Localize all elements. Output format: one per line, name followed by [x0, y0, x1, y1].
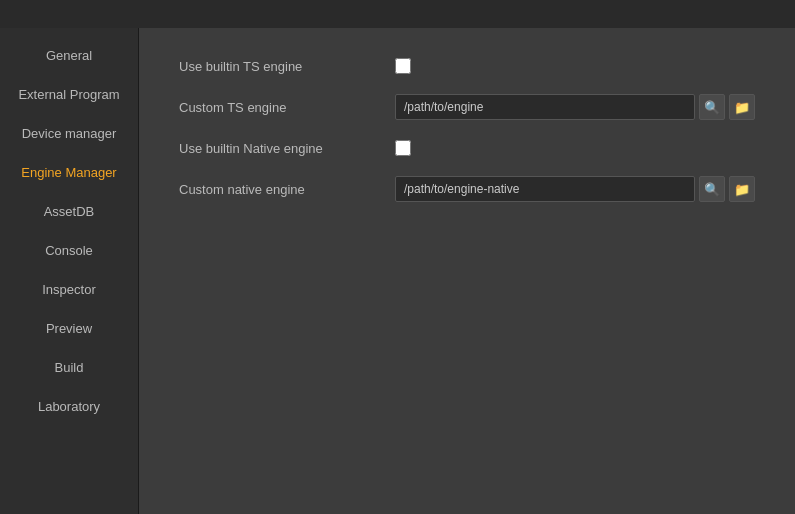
sidebar-item-preview[interactable]: Preview: [0, 309, 138, 348]
sidebar-item-console[interactable]: Console: [0, 231, 138, 270]
title-bar: [0, 0, 795, 28]
sidebar-item-inspector[interactable]: Inspector: [0, 270, 138, 309]
sidebar-item-build[interactable]: Build: [0, 348, 138, 387]
input-group-custom-ts: 🔍📁: [395, 94, 755, 120]
folder-icon-custom-ts[interactable]: 📁: [729, 94, 755, 120]
label-use-builtin-native: Use builtin Native engine: [179, 141, 379, 156]
checkbox-use-builtin-ts[interactable]: [395, 58, 411, 74]
sidebar-item-engine-manager[interactable]: Engine Manager: [0, 153, 138, 192]
form-row-use-builtin-ts: Use builtin TS engine: [179, 58, 755, 74]
label-custom-native: Custom native engine: [179, 182, 379, 197]
form-row-use-builtin-native: Use builtin Native engine: [179, 140, 755, 156]
label-custom-ts: Custom TS engine: [179, 100, 379, 115]
sidebar-item-laboratory[interactable]: Laboratory: [0, 387, 138, 426]
sidebar-item-assetdb[interactable]: AssetDB: [0, 192, 138, 231]
input-custom-ts[interactable]: [395, 94, 695, 120]
folder-icon-custom-native[interactable]: 📁: [729, 176, 755, 202]
search-icon-custom-native[interactable]: 🔍: [699, 176, 725, 202]
main-layout: GeneralExternal ProgramDevice managerEng…: [0, 28, 795, 514]
sidebar-item-external-program[interactable]: External Program: [0, 75, 138, 114]
sidebar: GeneralExternal ProgramDevice managerEng…: [0, 28, 139, 514]
search-icon-custom-ts[interactable]: 🔍: [699, 94, 725, 120]
input-group-custom-native: 🔍📁: [395, 176, 755, 202]
sidebar-item-device-manager[interactable]: Device manager: [0, 114, 138, 153]
input-custom-native[interactable]: [395, 176, 695, 202]
label-use-builtin-ts: Use builtin TS engine: [179, 59, 379, 74]
content-area: Use builtin TS engineCustom TS engine🔍📁U…: [139, 28, 795, 514]
checkbox-use-builtin-native[interactable]: [395, 140, 411, 156]
form-row-custom-native: Custom native engine🔍📁: [179, 176, 755, 202]
sidebar-item-general[interactable]: General: [0, 36, 138, 75]
form-row-custom-ts: Custom TS engine🔍📁: [179, 94, 755, 120]
